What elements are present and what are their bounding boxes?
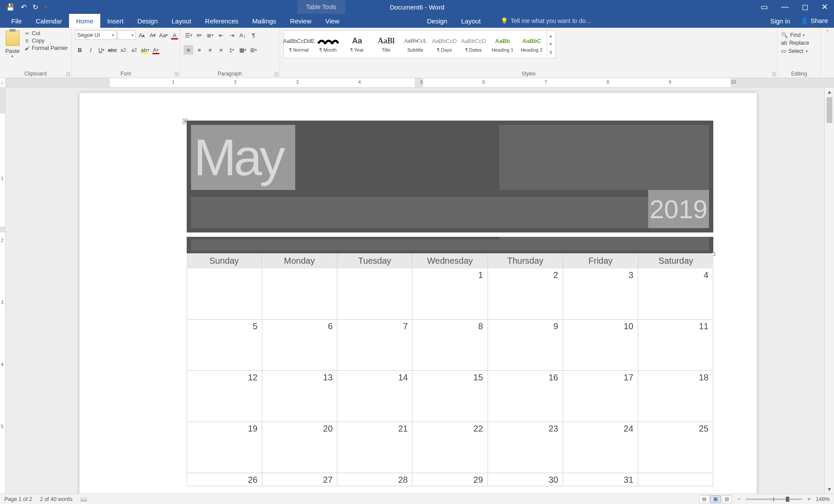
style-item[interactable]: AaBbCcLSubtitle <box>401 32 429 57</box>
increase-indent-button[interactable]: ⇥ <box>227 30 237 40</box>
calendar-cell[interactable]: 3 <box>563 268 638 320</box>
style-item[interactable]: AaBbCHeading 2 <box>518 32 546 57</box>
tab-table-design[interactable]: Design <box>420 14 455 28</box>
zoom-in-button[interactable]: + <box>808 496 811 502</box>
tab-layout[interactable]: Layout <box>165 14 198 28</box>
close-icon[interactable]: ✕ <box>821 2 828 12</box>
calendar-cell[interactable]: 7 <box>337 320 412 371</box>
line-spacing-button[interactable]: ‡▾ <box>227 45 237 55</box>
italic-button[interactable]: I <box>86 45 96 55</box>
read-mode-button[interactable]: ▤ <box>699 495 709 503</box>
style-item[interactable]: AaBbHeading 1 <box>488 32 517 57</box>
zoom-level[interactable]: 148% <box>816 496 830 502</box>
subscript-button[interactable]: x2 <box>119 45 128 55</box>
save-icon[interactable]: 💾 <box>6 3 15 11</box>
calendar-cell[interactable] <box>262 268 337 320</box>
zoom-out-button[interactable]: − <box>737 496 740 502</box>
justify-button[interactable]: ≡ <box>216 45 226 55</box>
print-layout-button[interactable]: ▦ <box>710 495 721 503</box>
underline-button[interactable]: U▾ <box>97 45 106 55</box>
style-item[interactable]: AaBbCcDdE¶ Normal <box>285 32 313 57</box>
zoom-slider[interactable] <box>746 498 802 500</box>
qat-customize-icon[interactable]: ▾ <box>44 3 48 11</box>
style-item[interactable]: Aa¶ Year <box>343 32 371 57</box>
tab-table-layout[interactable]: Layout <box>454 14 488 28</box>
calendar-cell[interactable]: 10 <box>563 320 638 371</box>
bullets-button[interactable]: ☰▾ <box>184 30 193 40</box>
calendar-cell[interactable]: 1 <box>412 268 488 320</box>
calendar-cell[interactable]: 6 <box>262 320 337 371</box>
font-color-button[interactable]: A▾ <box>151 45 161 55</box>
tab-calendar[interactable]: Calendar <box>29 14 69 28</box>
styles-launcher-icon[interactable]: ◲ <box>772 72 776 76</box>
align-right-button[interactable]: ≡ <box>205 45 215 55</box>
align-center-button[interactable]: ≡ <box>194 45 204 55</box>
calendar-cell[interactable] <box>187 268 262 320</box>
calendar-cell[interactable]: 13 <box>262 371 337 422</box>
font-launcher-icon[interactable]: ◲ <box>175 72 178 76</box>
cut-button[interactable]: ✂Cut <box>24 30 68 36</box>
redo-icon[interactable]: ↻ <box>33 3 38 11</box>
tab-design[interactable]: Design <box>131 14 165 28</box>
calendar-cell[interactable]: 14 <box>337 371 412 422</box>
shrink-font-button[interactable]: A▾ <box>148 30 158 40</box>
calendar-cell[interactable]: 19 <box>187 422 262 473</box>
calendar-cell[interactable]: 5 <box>187 320 262 371</box>
superscript-button[interactable]: x2 <box>129 45 139 55</box>
calendar-cell[interactable]: 29 <box>412 473 488 486</box>
calendar-cell[interactable]: 4 <box>638 268 713 320</box>
borders-button[interactable]: ⊞▾ <box>249 45 258 55</box>
tab-file[interactable]: File <box>4 14 29 28</box>
align-left-button[interactable]: ≡ <box>184 45 193 55</box>
paragraph-launcher-icon[interactable]: ◲ <box>274 72 278 76</box>
font-size-combo[interactable]: ▾ <box>118 30 136 40</box>
calendar-cell[interactable]: 30 <box>488 473 563 486</box>
strikethrough-button[interactable]: abc <box>108 45 117 55</box>
undo-icon[interactable]: ↶ <box>21 3 26 11</box>
collapse-ribbon-icon[interactable]: ˄ <box>826 29 829 36</box>
calendar-cell[interactable]: 9 <box>488 320 563 371</box>
calendar-cell[interactable] <box>638 473 713 486</box>
highlight-button[interactable]: ab▾ <box>140 45 150 55</box>
style-item[interactable]: ¶ Month <box>314 32 342 57</box>
style-item[interactable]: AaBbCcD¶ Days <box>430 32 458 57</box>
calendar-cell[interactable]: 21 <box>337 422 412 473</box>
select-button[interactable]: ▭Select ▾ <box>781 48 809 54</box>
tab-home[interactable]: Home <box>69 14 100 28</box>
scroll-up-icon[interactable]: ▲ <box>825 88 834 96</box>
font-name-combo[interactable]: Segoe UI▾ <box>75 30 116 40</box>
calendar-cell[interactable]: 20 <box>262 422 337 473</box>
calendar-cell[interactable]: 31 <box>563 473 638 486</box>
bold-button[interactable]: B <box>75 45 85 55</box>
sign-in-link[interactable]: Sign in <box>770 17 790 25</box>
maximize-icon[interactable]: ◻ <box>802 2 808 12</box>
tab-selector[interactable]: L <box>0 78 6 87</box>
share-button[interactable]: 👤 Share <box>801 17 828 25</box>
show-marks-button[interactable]: ¶ <box>249 30 258 40</box>
shading-button[interactable]: ▦▾ <box>238 45 247 55</box>
styles-more-button[interactable]: ▴▾⊽ <box>547 32 554 57</box>
tab-mailings[interactable]: Mailings <box>245 14 283 28</box>
calendar-cell[interactable]: 27 <box>262 473 337 486</box>
calendar-cell[interactable]: 2 <box>488 268 563 320</box>
clipboard-launcher-icon[interactable]: ◲ <box>66 72 70 76</box>
multilevel-button[interactable]: ≣▾ <box>205 30 215 40</box>
tab-review[interactable]: Review <box>283 14 318 28</box>
decrease-indent-button[interactable]: ⇤ <box>216 30 226 40</box>
calendar-cell[interactable]: 8 <box>412 320 488 371</box>
numbering-button[interactable]: ≡▾ <box>194 30 204 40</box>
change-case-button[interactable]: Aa▾ <box>159 30 168 40</box>
copy-button[interactable]: ⎘Copy <box>24 38 68 44</box>
scroll-down-icon[interactable]: ▼ <box>825 485 834 494</box>
tab-references[interactable]: References <box>198 14 245 28</box>
sort-button[interactable]: A↓ <box>238 30 247 40</box>
calendar-cell[interactable] <box>337 268 412 320</box>
calendar-cell[interactable]: 25 <box>638 422 713 473</box>
spell-check-icon[interactable]: 📖 <box>80 496 87 502</box>
calendar-cell[interactable]: 26 <box>187 473 262 486</box>
format-painter-button[interactable]: 🖌Format Painter <box>24 45 68 51</box>
calendar-cell[interactable]: 11 <box>638 320 713 371</box>
calendar-cell[interactable]: 18 <box>638 371 713 422</box>
document-canvas[interactable]: ✥ May 2019 SundayMondayTuesdayWednesdayT… <box>6 88 824 494</box>
style-item[interactable]: AaBlTitle <box>372 32 400 57</box>
